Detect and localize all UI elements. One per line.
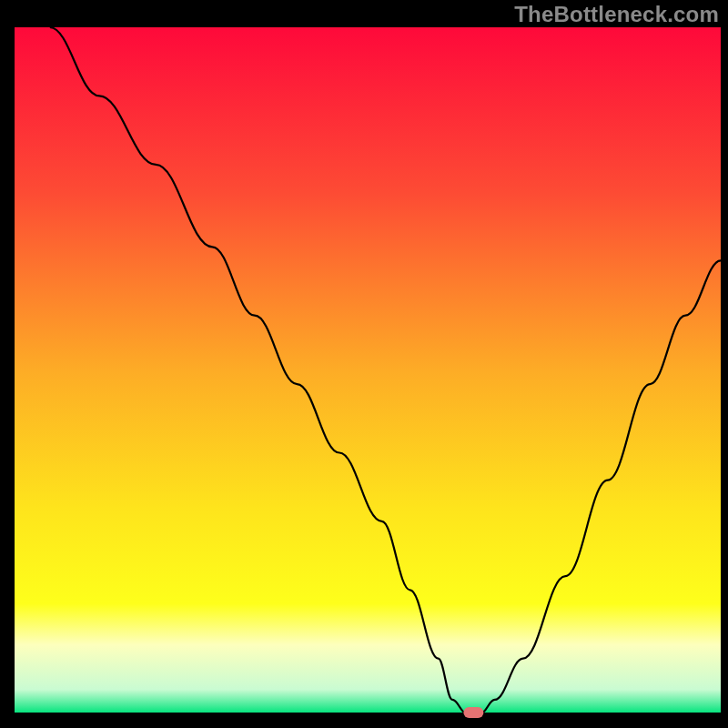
plot-background <box>15 27 721 713</box>
chart-container: TheBottleneck.com <box>0 0 728 728</box>
bottleneck-chart <box>0 0 728 728</box>
watermark-label: TheBottleneck.com <box>514 2 719 27</box>
optimal-marker <box>463 707 483 718</box>
